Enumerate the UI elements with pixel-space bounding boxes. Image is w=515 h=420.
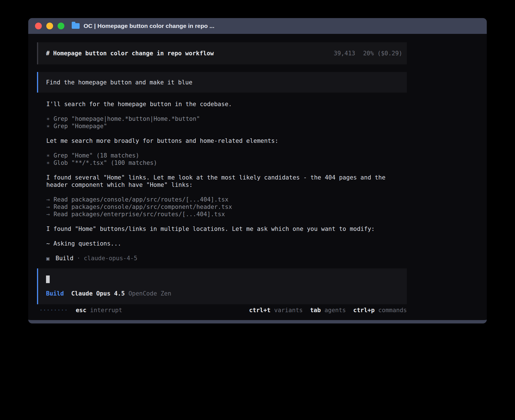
- terminal-window: OC | Homepage button color change in rep…: [28, 18, 487, 323]
- window-title: OC | Homepage button color change in rep…: [84, 23, 214, 29]
- agent-name: Build: [56, 255, 73, 262]
- conversation-transcript: I'll search for the homepage button in t…: [46, 100, 396, 262]
- prompt-input[interactable]: Build Claude Opus 4.5 OpenCode Zen: [37, 268, 407, 304]
- tool-call-read: →Read packages/console/app/src/routes/[.…: [46, 196, 396, 203]
- asterisk-icon: ∗: [46, 115, 50, 122]
- assistant-text-intro: I'll search for the homepage button in t…: [46, 100, 396, 108]
- shortcut-commands: ctrl+pcommands: [353, 307, 407, 314]
- asterisk-icon: ∗: [46, 152, 50, 159]
- working-status-text: ~ Asking questions...: [46, 240, 396, 247]
- agent-square-icon: ▣: [46, 255, 49, 261]
- traffic-lights: [32, 23, 64, 29]
- shortcut-key: tab: [310, 307, 321, 314]
- asterisk-icon: ∗: [46, 123, 50, 130]
- tool-call-text: Read packages/console/app/src/routes/[..…: [54, 196, 229, 203]
- spinner-dots-icon: ········: [39, 307, 68, 314]
- assistant-text-broaden: Let me search more broadly for buttons a…: [46, 137, 396, 145]
- tool-call-read: →Read packages/console/app/src/component…: [46, 203, 396, 211]
- assistant-text-ask: I found "Home" buttons/links in multiple…: [46, 225, 396, 233]
- tool-call-text: Grep "homepage|home.*button|Home.*button…: [54, 115, 200, 122]
- context-cost: 20% ($0.29): [363, 50, 402, 57]
- shortcut-key: ctrl+t: [249, 307, 270, 314]
- tool-call-grep: ∗Grep "Homepage": [46, 123, 396, 130]
- token-count: 39,413: [334, 50, 355, 57]
- terminal-content: # Homepage button color change in repo w…: [28, 42, 487, 314]
- agent-model-name: claude-opus-4-5: [84, 255, 138, 262]
- arrow-right-icon: →: [46, 211, 50, 218]
- session-title: # Homepage button color change in repo w…: [46, 50, 214, 57]
- session-stats: 39,413 20% ($0.29): [334, 50, 402, 57]
- arrow-right-icon: →: [46, 204, 50, 210]
- tool-call-text: Read packages/console/app/src/component/…: [54, 204, 232, 210]
- minimize-window-button[interactable]: [46, 23, 53, 29]
- titlebar: OC | Homepage button color change in rep…: [28, 18, 487, 34]
- esc-action-label: interrupt: [90, 307, 122, 314]
- status-bar: ········ escinterrupt ctrl+tvariants tab…: [37, 306, 407, 314]
- agent-mode-label[interactable]: Build: [46, 290, 64, 297]
- session-header: # Homepage button color change in repo w…: [37, 42, 407, 64]
- shortcut-label: commands: [378, 307, 407, 314]
- tool-call-text: Read packages/enterprise/src/routes/[...…: [54, 211, 225, 218]
- zoom-window-button[interactable]: [58, 23, 64, 29]
- tool-call-text: Grep "Home" (18 matches): [54, 152, 139, 159]
- user-message: Find the homepage button and make it blu…: [37, 72, 407, 93]
- text-cursor: [46, 275, 50, 283]
- folder-icon: [72, 23, 80, 29]
- tool-call-glob: ∗Glob "**/*.tsx" (100 matches): [46, 159, 396, 167]
- shortcut-hints: ctrl+tvariants tabagents ctrl+pcommands: [249, 307, 407, 314]
- arrow-right-icon: →: [46, 196, 50, 203]
- shortcut-label: agents: [324, 307, 346, 314]
- provider-name: OpenCode Zen: [128, 290, 171, 297]
- agent-indicator: ▣Build·claude-opus-4-5: [46, 255, 396, 262]
- asterisk-icon: ∗: [46, 159, 50, 166]
- tool-call-read: →Read packages/enterprise/src/routes/[..…: [46, 211, 396, 218]
- close-window-button[interactable]: [35, 23, 42, 29]
- esc-key-label: esc: [76, 307, 86, 314]
- user-message-text: Find the homepage button and make it blu…: [46, 79, 192, 86]
- shortcut-agents: tabagents: [310, 307, 346, 314]
- tool-call-text: Grep "Homepage": [54, 123, 107, 130]
- tool-call-grep: ∗Grep "homepage|home.*button|Home.*butto…: [46, 115, 396, 123]
- tool-call-grep: ∗Grep "Home" (18 matches): [46, 152, 396, 159]
- shortcut-label: variants: [274, 307, 303, 314]
- shortcut-interrupt: escinterrupt: [76, 307, 122, 314]
- assistant-text-candidates: I found several "Home" links. Let me loo…: [46, 174, 396, 189]
- editor-meta: Build Claude Opus 4.5 OpenCode Zen: [46, 290, 399, 297]
- shortcut-variants: ctrl+tvariants: [249, 307, 303, 314]
- tool-call-text: Glob "**/*.tsx" (100 matches): [54, 159, 157, 166]
- dot-separator: ·: [77, 255, 80, 262]
- shortcut-key: ctrl+p: [353, 307, 375, 314]
- model-name[interactable]: Claude Opus 4.5: [71, 290, 125, 297]
